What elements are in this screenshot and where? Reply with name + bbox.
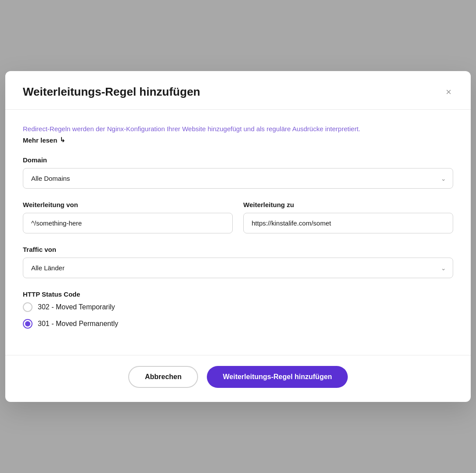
redirect-from-col: Weiterleitung von [23,201,233,233]
mehr-lesen-link[interactable]: Mehr lesen ↳ [23,136,65,144]
modal-title: Weiterleitungs-Regel hinzufügen [23,85,200,99]
traffic-select[interactable]: Alle Länder [23,258,453,278]
radio-group: 302 - Moved Temporarily 301 - Moved Perm… [23,302,453,329]
mehr-lesen-arrow-icon: ↳ [60,136,65,144]
mehr-lesen-label: Mehr lesen [23,136,57,144]
domain-select-wrapper: Alle Domains ⌄ [23,168,453,189]
domain-section: Domain Alle Domains ⌄ [23,156,453,189]
http-status-section: HTTP Status Code 302 - Moved Temporarily… [23,290,453,329]
submit-button[interactable]: Weiterleitungs-Regel hinzufügen [207,366,348,388]
traffic-section: Traffic von Alle Länder ⌄ [23,246,453,278]
redirect-from-input[interactable] [23,213,233,233]
redirect-row: Weiterleitung von Weiterleitung zu [23,201,453,233]
domain-label: Domain [23,156,453,164]
radio-302-item[interactable]: 302 - Moved Temporarily [23,302,453,312]
redirect-from-label: Weiterleitung von [23,201,233,208]
redirect-to-col: Weiterleitung zu [243,201,453,233]
cancel-button[interactable]: Abbrechen [128,366,198,388]
domain-select[interactable]: Alle Domains [23,168,453,189]
radio-302-label: 302 - Moved Temporarily [38,303,115,311]
info-text: Redirect-Regeln werden der Nginx-Konfigu… [23,124,453,134]
modal-header: Weiterleitungs-Regel hinzufügen × [5,71,471,110]
traffic-label: Traffic von [23,246,453,253]
redirect-to-input[interactable] [243,213,453,233]
close-button[interactable]: × [444,86,453,99]
http-status-label: HTTP Status Code [23,290,453,298]
modal-overlay: Weiterleitungs-Regel hinzufügen × Redire… [0,0,476,473]
modal-dialog: Weiterleitungs-Regel hinzufügen × Redire… [5,71,471,402]
traffic-select-wrapper: Alle Länder ⌄ [23,258,453,278]
redirect-to-label: Weiterleitung zu [243,201,453,208]
modal-footer: Abbrechen Weiterleitungs-Regel hinzufüge… [5,355,471,402]
radio-302-button[interactable] [23,302,32,312]
radio-301-button[interactable] [23,319,32,329]
modal-body: Redirect-Regeln werden der Nginx-Konfigu… [5,110,471,355]
radio-301-item[interactable]: 301 - Moved Permanently [23,319,453,329]
radio-301-label: 301 - Moved Permanently [38,320,118,328]
